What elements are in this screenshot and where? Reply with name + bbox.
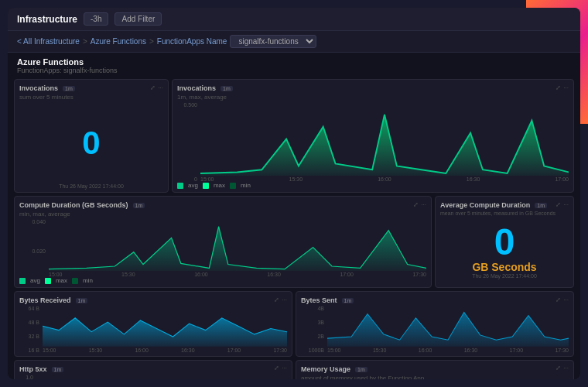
- chart-with-yaxis: 0.040 0.020: [19, 219, 426, 277]
- legend-avg-dot: [19, 278, 26, 284]
- panel-title-group: Invocations 1m: [177, 83, 233, 92]
- panel-title-group: Http 5xx 1m: [19, 364, 63, 373]
- avg-compute-value: 0: [494, 224, 515, 261]
- bytes-received-badge: 1m: [76, 298, 88, 303]
- http5xx-panel: Http 5xx 1m ⤢ ··· 1.0 0.5 0: [14, 360, 292, 379]
- legend-max-label: max: [56, 277, 67, 284]
- panel-sub: 1m, max, average: [177, 94, 569, 101]
- panel-menu-icon[interactable]: ···: [563, 84, 569, 91]
- x-axis: 15:00 15:30 16:00 16:30 17:00 17:30: [49, 271, 426, 277]
- x-axis: 15:00 15:30 16:00 16:30 17:00: [200, 176, 569, 182]
- panel-sub: amount of memory used by the Function Ap…: [301, 375, 569, 379]
- panel-menu-icon[interactable]: ···: [421, 201, 426, 208]
- bytes-sent-label: Bytes Sent: [301, 296, 337, 304]
- panel-sub: min, max, average: [19, 211, 426, 217]
- legend-max-dot: [203, 183, 209, 189]
- panel-icons: ⤢ ···: [556, 201, 569, 208]
- invocations-chart-label: Invocations: [177, 84, 216, 92]
- invocations-timestamp: Thu 26 May 2022 17:44:00: [19, 183, 163, 189]
- time-range-button[interactable]: -3h: [84, 12, 108, 26]
- panel-header: Memory Usage 1m ⤢ ···: [301, 364, 569, 373]
- panel-header: Http 5xx 1m ⤢ ···: [19, 364, 287, 373]
- legend-min-label: min: [241, 182, 251, 189]
- avg-compute-badge: 1m: [535, 203, 547, 208]
- breadcrumb-azure[interactable]: Azure Functions: [91, 37, 146, 46]
- chart-area: 15:00 15:30 16:00 16:30 17:00 17:30: [43, 306, 287, 353]
- panel-expand-icon[interactable]: ⤢: [556, 296, 561, 303]
- avg-compute-label: Average Compute Duration: [440, 201, 530, 209]
- chart-with-yaxis: 0.500 0: [177, 102, 569, 182]
- top-bar: Infrastructure -3h Add Filter: [8, 8, 580, 31]
- bytes-received-panel: Bytes Received 1m ⤢ ··· 64 B 48 B 32 B 1…: [14, 291, 292, 357]
- y-axis: 64 B 48 B 32 B 16 B: [19, 306, 41, 353]
- panel-expand-icon[interactable]: ⤢: [556, 365, 561, 372]
- avg-compute-panel: Average Compute Duration 1m ⤢ ··· mean o…: [435, 196, 574, 288]
- avg-compute-unit: GB Seconds: [472, 261, 536, 273]
- compute-chart-svg: [49, 219, 426, 271]
- panel-title-group: Bytes Received 1m: [19, 295, 87, 304]
- chart-legend: avg max min: [177, 182, 569, 189]
- panel-menu-icon[interactable]: ···: [158, 84, 163, 91]
- add-filter-button[interactable]: Add Filter: [115, 12, 162, 26]
- compute-badge: 1m: [133, 203, 145, 208]
- svg-marker-3: [327, 313, 569, 347]
- section-header: Azure Functions FunctionApps: signalfx-f…: [8, 53, 580, 76]
- panel-menu-icon[interactable]: ···: [563, 365, 569, 372]
- chart-area: 15:00 15:30 16:00 16:30 17:00 17:30: [49, 219, 426, 277]
- panel-menu-icon[interactable]: ···: [282, 296, 287, 303]
- y-axis: 0.500 0: [177, 102, 199, 182]
- panel-menu-icon[interactable]: ···: [282, 365, 287, 372]
- panel-icons: ⤢ ···: [413, 201, 426, 208]
- legend-min-dot: [230, 183, 236, 189]
- panel-menu-icon[interactable]: ···: [563, 296, 569, 303]
- panel-icons: ⤢ ···: [274, 296, 287, 303]
- chart-area: 15:00 15:30 16:00 16:30 17:00 17:30: [327, 306, 569, 353]
- legend-min-dot: [72, 278, 78, 284]
- breadcrumb-funcapps[interactable]: FunctionApps Name: [157, 37, 227, 46]
- avg-compute-timestamp: Thu 26 May 2022 17:44:00: [472, 273, 537, 279]
- breadcrumb-sep2: >: [149, 37, 154, 46]
- http5xx-label: Http 5xx: [19, 365, 47, 373]
- chart-with-yaxis: 64 B 48 B 32 B 16 B: [19, 306, 287, 353]
- panel-sub: sum over 5 minutes: [19, 94, 163, 101]
- panel-menu-icon[interactable]: ···: [563, 201, 569, 208]
- chart-row-2: Compute Duration (GB Seconds) 1m ⤢ ··· m…: [14, 196, 574, 288]
- compute-duration-panel: Compute Duration (GB Seconds) 1m ⤢ ··· m…: [14, 196, 432, 288]
- panel-title-group: Memory Usage 1m: [301, 364, 368, 373]
- invocations-value: 0: [19, 102, 163, 183]
- legend-avg-label: avg: [30, 277, 40, 284]
- panel-header: Bytes Received 1m ⤢ ···: [19, 295, 287, 304]
- panel-expand-icon[interactable]: ⤢: [556, 84, 561, 91]
- breadcrumb-sep1: >: [83, 37, 87, 46]
- chart-with-yaxis: 4B 3B 2B 1000B: [301, 306, 569, 353]
- bytes-received-svg: [43, 306, 287, 347]
- invocations-badge: 1m: [63, 86, 75, 91]
- page-title: Infrastructure: [17, 14, 77, 25]
- panel-expand-icon[interactable]: ⤢: [274, 296, 279, 303]
- content-area: Invocations 1m ⤢ ··· sum over 5 minutes …: [8, 76, 580, 379]
- y-axis: 1.0 0.5 0: [19, 375, 35, 379]
- legend-max-label: max: [214, 182, 225, 189]
- bytes-sent-svg: [327, 306, 569, 347]
- memory-label: Memory Usage: [301, 365, 350, 373]
- bytes-received-label: Bytes Received: [19, 296, 71, 304]
- panel-expand-icon[interactable]: ⤢: [150, 84, 156, 91]
- panel-expand-icon[interactable]: ⤢: [413, 201, 419, 208]
- legend-avg-dot: [177, 183, 183, 189]
- funcapps-name-dropdown[interactable]: signalfx-functions: [230, 35, 316, 48]
- breadcrumb-all[interactable]: < All Infrastructure: [17, 37, 80, 46]
- panel-icons: ⤢ ···: [150, 84, 163, 91]
- bytes-sent-badge: 1m: [342, 298, 354, 303]
- http5xx-badge: 1m: [52, 367, 64, 372]
- panel-title-group: Invocations 1m: [19, 83, 75, 92]
- x-axis: 15:00 15:30 16:00 16:30 17:00 17:30: [43, 347, 287, 353]
- svg-marker-0: [200, 115, 569, 176]
- section-title: Azure Functions: [17, 57, 571, 67]
- panel-expand-icon[interactable]: ⤢: [556, 201, 561, 208]
- compute-label: Compute Duration (GB Seconds): [19, 201, 128, 209]
- panel-header: Bytes Sent 1m ⤢ ···: [301, 295, 569, 304]
- invocations-chart-panel: Invocations 1m ⤢ ··· 1m, max, average 0.…: [172, 79, 574, 193]
- y-axis: 4B 3B 2B 1000B: [301, 306, 326, 353]
- panel-header: Average Compute Duration 1m ⤢ ···: [440, 200, 569, 209]
- panel-expand-icon[interactable]: ⤢: [274, 365, 279, 372]
